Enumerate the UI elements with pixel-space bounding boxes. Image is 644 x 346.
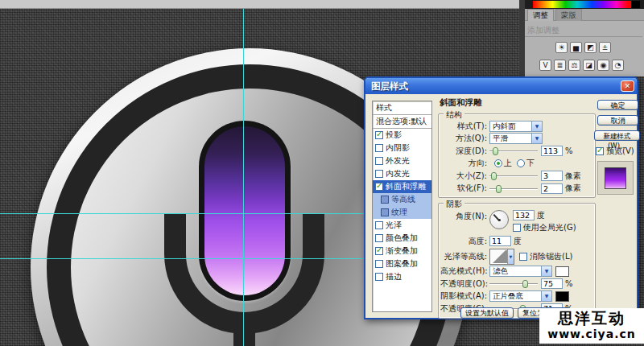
adjustment-icons-row1: ☀ ▅ ◩ ± (555, 42, 611, 53)
chevron-down-icon[interactable]: ▼ (531, 122, 542, 131)
angle-dial[interactable] (489, 210, 509, 229)
slider-thumb[interactable] (522, 280, 528, 288)
color-spectrum-bar[interactable] (533, 1, 631, 8)
checkbox[interactable] (375, 221, 383, 229)
checkbox[interactable] (375, 234, 383, 242)
style-item-stroke[interactable]: 描边 (373, 270, 431, 283)
style-item-bevel-emboss[interactable]: 斜面和浮雕 (373, 180, 431, 193)
chevron-down-icon[interactable]: ▼ (541, 266, 551, 276)
spectrum-black-swatch[interactable] (632, 1, 640, 8)
dialog-titlebar[interactable]: 图层样式 ✕ (365, 78, 637, 94)
style-item-outer-glow[interactable]: 外发光 (373, 154, 431, 167)
size-slider[interactable] (489, 171, 538, 180)
channel-mixer-icon[interactable]: ◔ (612, 60, 624, 71)
direction-up-radio[interactable] (494, 159, 502, 167)
shadow-mode-select[interactable]: 正片叠底 ▼ (489, 290, 552, 302)
soften-slider[interactable] (489, 184, 538, 193)
checkbox[interactable] (375, 157, 383, 165)
panel-tabs: 调整 蒙版 (525, 9, 644, 21)
style-item-label: 颜色叠加 (386, 233, 418, 244)
dialog-title: 图层样式 (371, 80, 408, 92)
add-adjustment-label: 添加调整 (527, 25, 559, 36)
style-item-drop-shadow[interactable]: 投影 (373, 129, 431, 142)
highlight-color-swatch[interactable] (555, 266, 569, 277)
style-item-gradient-overlay[interactable]: 渐变叠加 (373, 245, 431, 257)
vertical-guide[interactable] (243, 0, 244, 346)
tab-masks[interactable]: 蒙版 (555, 9, 582, 21)
shading-group: 阴影 角度(N): 度 (438, 203, 596, 319)
style-item-pattern-overlay[interactable]: 图案叠加 (373, 257, 431, 270)
preview-checkbox[interactable] (596, 147, 604, 155)
soften-input[interactable] (541, 183, 563, 194)
size-input[interactable] (541, 171, 563, 181)
panel-divider (525, 36, 642, 37)
horizontal-guide-upper[interactable] (0, 213, 364, 214)
panel-dock-edge (519, 0, 525, 76)
horizontal-guide-lower[interactable] (0, 258, 364, 259)
checkbox[interactable] (381, 208, 389, 216)
style-item-label: 内阴影 (386, 142, 410, 154)
bevel-style-select[interactable]: 内斜面 ▼ (489, 121, 543, 132)
bevel-style-value: 内斜面 (493, 122, 516, 130)
adjustments-panel: 调整 蒙版 添加调整 ☀ ▅ ◩ ± V ≣ ⚖ ◪ ◉ ◔ (519, 0, 644, 76)
style-item-texture[interactable]: 纹理 (373, 206, 431, 219)
chevron-down-icon[interactable]: ▼ (541, 291, 551, 301)
direction-down-label: 下 (526, 158, 535, 169)
direction-down-radio[interactable] (517, 159, 525, 167)
exposure-icon[interactable]: ± (599, 42, 611, 53)
style-item-color-overlay[interactable]: 颜色叠加 (373, 232, 431, 245)
highlight-opacity-slider[interactable] (489, 279, 538, 288)
style-item-satin[interactable]: 光泽 (373, 219, 431, 232)
checkbox[interactable] (375, 273, 383, 281)
highlight-mode-select[interactable]: 滤色 ▼ (489, 266, 552, 277)
checkbox[interactable] (381, 196, 389, 204)
new-style-button[interactable]: 新建样式(W)... (594, 130, 640, 141)
depth-input[interactable] (541, 146, 563, 156)
checkbox[interactable] (375, 144, 383, 152)
depth-slider[interactable] (489, 146, 538, 155)
checkbox[interactable] (375, 247, 383, 255)
slider-thumb[interactable] (496, 185, 502, 193)
black-white-icon[interactable]: ◪ (583, 60, 595, 71)
style-item-inner-glow[interactable]: 内发光 (373, 167, 431, 180)
close-icon[interactable]: ✕ (621, 80, 634, 92)
checkbox[interactable] (375, 183, 383, 191)
checkbox[interactable] (375, 170, 383, 178)
shadow-color-swatch[interactable] (555, 291, 569, 302)
bevel-panel-title: 斜面和浮雕 (438, 97, 596, 109)
preview-row: 预览(V) (596, 146, 639, 157)
hue-saturation-icon[interactable]: ≣ (554, 60, 566, 71)
global-light-checkbox[interactable] (513, 224, 521, 232)
layer-style-dialog: 图层样式 ✕ 样式 混合选项:默认 投影 内阴影 外发光 内发光 (364, 76, 638, 319)
color-balance-icon[interactable]: ⚖ (568, 60, 580, 71)
slider-thumb[interactable] (493, 147, 498, 155)
tab-adjustments[interactable]: 调整 (527, 9, 554, 21)
checkbox[interactable] (375, 260, 383, 268)
technique-value: 平滑 (493, 134, 508, 142)
altitude-input[interactable] (489, 236, 511, 246)
vibrance-icon[interactable]: V (539, 60, 551, 71)
blending-options-row[interactable]: 混合选项:默认 (373, 115, 431, 129)
brightness-contrast-icon[interactable]: ☀ (555, 42, 568, 53)
microphone-capsule-border (199, 121, 291, 301)
slider-thumb[interactable] (491, 172, 497, 180)
gloss-contour-label: 光泽等高线: (440, 251, 487, 262)
curves-icon[interactable]: ◩ (584, 42, 597, 53)
checkbox[interactable] (375, 131, 383, 139)
chevron-down-icon[interactable]: ▼ (507, 249, 514, 264)
angle-input[interactable] (513, 210, 535, 220)
chevron-down-icon[interactable]: ▼ (531, 134, 542, 143)
set-default-button[interactable]: 设置为默认值 (460, 307, 514, 319)
direction-up-label: 上 (504, 158, 512, 169)
levels-icon[interactable]: ▅ (570, 42, 582, 53)
technique-select[interactable]: 平滑 ▼ (489, 133, 543, 144)
highlight-opacity-input[interactable] (541, 278, 563, 289)
photo-filter-icon[interactable]: ◉ (597, 60, 609, 71)
cancel-button[interactable]: 取消 (597, 115, 638, 126)
anti-alias-checkbox[interactable] (519, 253, 527, 261)
style-item-inner-shadow[interactable]: 内阴影 (373, 142, 431, 154)
gloss-contour-picker[interactable]: ▼ (489, 249, 514, 265)
ok-button[interactable]: 确定 (597, 100, 638, 110)
style-item-contour[interactable]: 等高线 (373, 193, 431, 206)
styles-header[interactable]: 样式 (373, 101, 431, 115)
